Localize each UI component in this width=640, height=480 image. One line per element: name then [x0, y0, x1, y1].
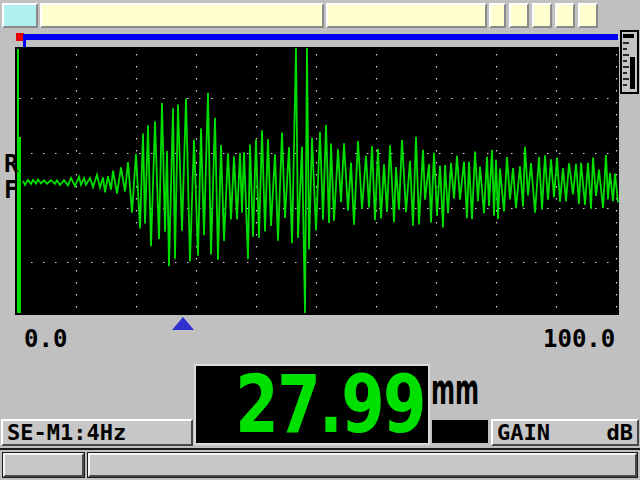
range-bar — [23, 34, 618, 40]
measurement-panel: 27.99 — [194, 364, 430, 445]
header-slot-3 — [532, 3, 552, 28]
status-bar — [0, 448, 640, 480]
mode-label: SE-M1:4Hz — [7, 420, 126, 445]
mode-box[interactable]: SE-M1:4Hz — [1, 419, 193, 446]
rf-label-f: F — [4, 176, 18, 204]
status-cell-right — [88, 453, 637, 477]
header-slot-5 — [578, 3, 598, 28]
measurement-value: 27.99 — [235, 365, 428, 445]
header-bar: ID 001 THK: . — [0, 0, 640, 31]
thk-box: THK: . — [326, 3, 487, 28]
gauge-screen: ID 001 THK: . R F 0.0 100.0 — [0, 0, 640, 480]
id-value: 001 — [132, 22, 175, 28]
gain-units: dB — [606, 421, 633, 444]
header-slot-2 — [509, 3, 529, 28]
signal-gauge-icon — [620, 30, 639, 94]
echo-marker-icon — [172, 317, 194, 330]
status-cell-left — [3, 453, 84, 477]
axis-label-max: 100.0 — [543, 325, 615, 353]
plot-area — [15, 47, 619, 315]
axis-label-min: 0.0 — [24, 325, 67, 353]
thk-text: THK: . — [402, 24, 487, 28]
id-label-box: ID — [2, 3, 38, 28]
range-bar-tick — [23, 34, 26, 47]
blank-value-box — [432, 420, 488, 443]
gain-box[interactable]: GAIN dB — [491, 419, 639, 446]
measurement-units: mm — [431, 369, 479, 411]
gain-label: GAIN — [497, 421, 550, 444]
header-slot-4 — [555, 3, 575, 28]
rf-label-r: R — [4, 150, 18, 178]
id-value-box[interactable]: 001 — [40, 3, 324, 28]
header-slot-1 — [489, 3, 506, 28]
waveform-svg — [15, 47, 619, 315]
